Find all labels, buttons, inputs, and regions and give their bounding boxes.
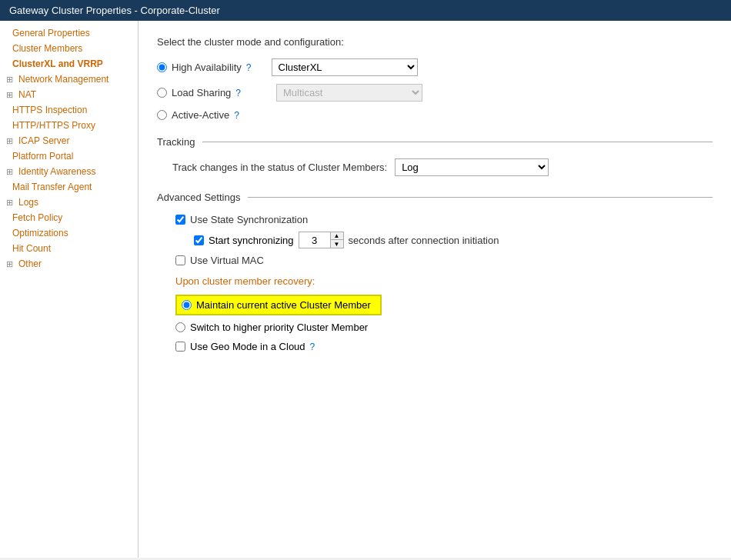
sidebar-label-other: Other: [18, 258, 42, 269]
high-availability-label[interactable]: High Availability: [172, 62, 242, 73]
multicast-dropdown: Multicast: [276, 84, 422, 102]
virtual-mac-row: Use Virtual MAC: [175, 255, 713, 266]
spin-down-button[interactable]: ▼: [331, 240, 343, 248]
start-sync-row: Start synchronizing ▲ ▼ seconds after co…: [194, 232, 713, 248]
track-changes-label: Track changes in the status of Cluster M…: [172, 162, 387, 173]
sidebar-label-fetch-policy: Fetch Policy: [12, 212, 62, 223]
window-title: Gateway Cluster Properties - Corporate-C…: [9, 5, 220, 16]
sidebar-item-http-https-proxy[interactable]: HTTP/HTTPS Proxy: [0, 118, 138, 133]
sidebar-item-optimizations[interactable]: Optimizations: [0, 225, 138, 241]
switch-higher-radio[interactable]: [175, 322, 185, 332]
sidebar-label-optimizations: Optimizations: [12, 228, 68, 238]
tracking-divider-line: [202, 142, 713, 142]
sidebar-label-cluster-members: Cluster Members: [12, 43, 82, 54]
spin-up-button[interactable]: ▲: [331, 232, 343, 240]
sidebar-item-fetch-policy[interactable]: Fetch Policy: [0, 210, 138, 225]
content-area: Select the cluster mode and configuratio…: [139, 21, 731, 558]
virtual-mac-checkbox[interactable]: [175, 255, 185, 265]
high-availability-radio[interactable]: [157, 62, 167, 72]
state-sync-row: Use State Synchronization: [175, 214, 713, 225]
sidebar-item-nat[interactable]: ⊞NAT: [0, 87, 138, 102]
sidebar-label-mail-transfer-agent: Mail Transfer Agent: [12, 182, 92, 192]
expand-icon-logs: ⊞: [6, 198, 15, 208]
clusterxl-dropdown[interactable]: ClusterXL: [272, 58, 418, 76]
geo-mode-help-icon[interactable]: ?: [310, 342, 315, 352]
active-active-row: Active-Active ?: [157, 109, 713, 121]
sidebar-label-icap-server: ICAP Server: [18, 135, 69, 146]
sidebar: General PropertiesCluster MembersCluster…: [0, 21, 139, 558]
title-bar: Gateway Cluster Properties - Corporate-C…: [0, 0, 731, 21]
sidebar-item-https-inspection[interactable]: HTTPS Inspection: [0, 102, 138, 118]
recovery-section: Upon cluster member recovery: Maintain c…: [157, 275, 713, 333]
sidebar-item-hit-count[interactable]: Hit Count: [0, 241, 138, 256]
load-sharing-label[interactable]: Load Sharing: [172, 87, 231, 98]
sync-seconds-input[interactable]: [299, 233, 330, 248]
expand-icon-nat: ⊞: [6, 90, 15, 100]
expand-icon-other: ⊞: [6, 259, 15, 269]
load-sharing-help-icon[interactable]: ?: [235, 88, 241, 98]
tracking-divider-row: Tracking: [157, 136, 713, 148]
maintain-current-row: Maintain current active Cluster Member: [175, 295, 713, 315]
upon-recovery-label: Upon cluster member recovery:: [175, 275, 713, 287]
sidebar-item-mail-transfer-agent[interactable]: Mail Transfer Agent: [0, 179, 138, 195]
sidebar-item-general-properties[interactable]: General Properties: [0, 25, 138, 41]
sidebar-item-logs[interactable]: ⊞Logs: [0, 195, 138, 210]
log-dropdown[interactable]: Log None Alert: [395, 158, 549, 176]
geo-mode-row: Use Geo Mode in a Cloud ?: [175, 341, 713, 352]
track-row: Track changes in the status of Cluster M…: [157, 158, 713, 176]
start-sync-label[interactable]: Start synchronizing: [209, 235, 294, 246]
maintain-current-radio[interactable]: [182, 300, 192, 310]
geo-mode-label[interactable]: Use Geo Mode in a Cloud: [190, 341, 305, 352]
sync-seconds-input-container: ▲ ▼: [299, 232, 344, 248]
advanced-settings-divider-row: Advanced Settings: [157, 192, 713, 203]
seconds-label: seconds after connection initiation: [349, 235, 499, 246]
sidebar-item-icap-server[interactable]: ⊞ICAP Server: [0, 133, 138, 148]
sidebar-label-clusterxl-vrrp: ClusterXL and VRRP: [12, 58, 103, 69]
state-sync-label[interactable]: Use State Synchronization: [190, 214, 308, 225]
state-sync-checkbox[interactable]: [175, 215, 185, 225]
spin-buttons: ▲ ▼: [330, 232, 343, 248]
start-sync-checkbox[interactable]: [194, 235, 204, 245]
sidebar-label-logs: Logs: [18, 197, 38, 208]
select-mode-label: Select the cluster mode and configuratio…: [157, 36, 713, 48]
sidebar-label-http-https-proxy: HTTP/HTTPS Proxy: [12, 120, 95, 131]
sidebar-item-other[interactable]: ⊞Other: [0, 256, 138, 272]
sidebar-label-identity-awareness: Identity Awareness: [18, 166, 96, 177]
active-active-label[interactable]: Active-Active: [172, 109, 229, 121]
sidebar-label-general-properties: General Properties: [12, 28, 90, 38]
cluster-mode-section: Select the cluster mode and configuratio…: [157, 36, 713, 121]
tracking-label: Tracking: [157, 136, 195, 148]
expand-icon-network-management: ⊞: [6, 75, 15, 85]
maintain-current-option: Maintain current active Cluster Member: [175, 295, 382, 315]
sidebar-item-identity-awareness[interactable]: ⊞Identity Awareness: [0, 164, 138, 179]
sidebar-label-hit-count: Hit Count: [12, 243, 51, 254]
load-sharing-radio[interactable]: [157, 88, 167, 98]
sidebar-label-nat: NAT: [18, 89, 36, 100]
sidebar-label-platform-portal: Platform Portal: [12, 151, 73, 162]
active-active-radio[interactable]: [157, 110, 167, 120]
sidebar-label-https-inspection: HTTPS Inspection: [12, 105, 87, 115]
geo-mode-checkbox[interactable]: [175, 342, 185, 352]
switch-higher-label[interactable]: Switch to higher priority Cluster Member: [190, 322, 368, 333]
sidebar-label-network-management: Network Management: [18, 74, 108, 85]
high-availability-row: High Availability ? ClusterXL: [157, 58, 713, 76]
sidebar-item-platform-portal[interactable]: Platform Portal: [0, 148, 138, 164]
advanced-settings-divider-line: [248, 197, 713, 198]
high-availability-help-icon[interactable]: ?: [246, 62, 252, 73]
sidebar-item-cluster-members[interactable]: Cluster Members: [0, 41, 138, 56]
active-active-help-icon[interactable]: ?: [234, 110, 239, 121]
maintain-current-label[interactable]: Maintain current active Cluster Member: [196, 299, 371, 311]
expand-icon-identity-awareness: ⊞: [6, 167, 15, 177]
sidebar-item-network-management[interactable]: ⊞Network Management: [0, 72, 138, 87]
load-sharing-row: Load Sharing ? Multicast: [157, 84, 713, 102]
advanced-settings-label: Advanced Settings: [157, 192, 240, 203]
switch-higher-row: Switch to higher priority Cluster Member: [175, 322, 713, 333]
sidebar-item-clusterxl-vrrp[interactable]: ClusterXL and VRRP: [0, 56, 138, 72]
expand-icon-icap-server: ⊞: [6, 136, 15, 146]
virtual-mac-label[interactable]: Use Virtual MAC: [190, 255, 264, 266]
